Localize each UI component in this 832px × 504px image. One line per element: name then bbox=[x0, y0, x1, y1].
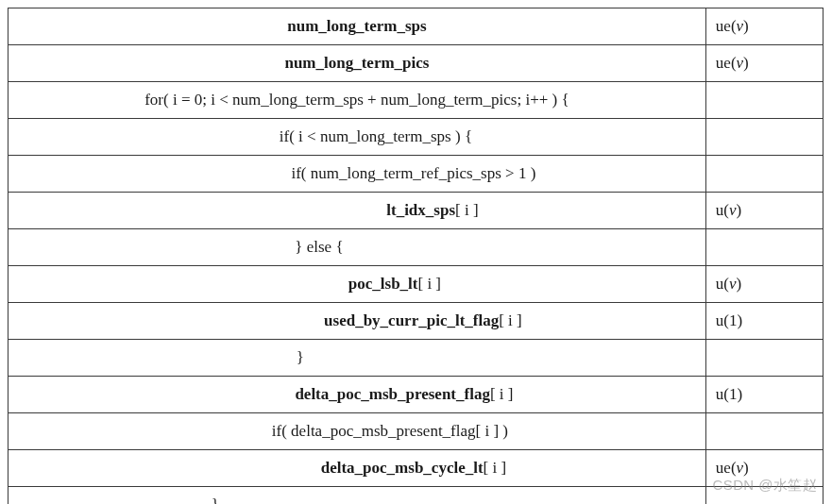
syntax-cell: used_by_curr_pic_lt_flag[ i ] bbox=[8, 303, 706, 340]
syntax-cell: num_long_term_sps bbox=[8, 8, 706, 45]
descriptor-italic: v bbox=[729, 275, 737, 293]
table-row: num_long_term_picsue(v) bbox=[8, 45, 824, 82]
syntax-text: [ i ] bbox=[484, 459, 507, 477]
syntax-element-name: delta_poc_msb_present_flag bbox=[295, 385, 490, 403]
syntax-element-name: num_long_term_pics bbox=[284, 54, 429, 72]
syntax-element-name: poc_lsb_lt bbox=[348, 275, 418, 293]
syntax-text: [ i ] bbox=[490, 385, 514, 403]
descriptor-tail: ) bbox=[743, 54, 749, 72]
syntax-element-name: lt_idx_sps bbox=[386, 201, 455, 219]
table-row: poc_lsb_lt[ i ]u(v) bbox=[8, 266, 824, 303]
descriptor-cell: u(v) bbox=[705, 193, 823, 229]
syntax-cell: if( delta_poc_msb_present_flag[ i ] ) bbox=[8, 413, 706, 450]
descriptor-text: u(1) bbox=[716, 311, 742, 329]
descriptor-italic: v bbox=[737, 54, 744, 72]
syntax-text: if( num_long_term_ref_pics_sps > 1 ) bbox=[291, 164, 535, 182]
syntax-cell: lt_idx_sps[ i ] bbox=[8, 193, 706, 229]
descriptor-cell: ue(v) bbox=[705, 450, 823, 487]
syntax-text: } else { bbox=[295, 238, 343, 256]
descriptor-text: ue( bbox=[716, 459, 737, 477]
syntax-element-name: num_long_term_sps bbox=[287, 17, 426, 35]
descriptor-cell bbox=[705, 82, 823, 119]
syntax-cell: if( num_long_term_ref_pics_sps > 1 ) bbox=[8, 156, 706, 193]
syntax-text: [ i ] bbox=[455, 201, 479, 219]
syntax-cell: if( i < num_long_term_sps ) { bbox=[8, 119, 706, 156]
descriptor-tail: ) bbox=[743, 17, 749, 35]
table-row: if( i < num_long_term_sps ) { bbox=[8, 119, 824, 156]
descriptor-cell bbox=[705, 340, 823, 377]
descriptor-text: ue( bbox=[716, 54, 737, 72]
table-row: for( i = 0; i < num_long_term_sps + num_… bbox=[8, 82, 824, 119]
table-row: } else { bbox=[8, 229, 824, 266]
descriptor-italic: v bbox=[737, 17, 744, 35]
descriptor-cell: u(1) bbox=[705, 303, 823, 340]
descriptor-cell: ue(v) bbox=[705, 45, 823, 82]
syntax-cell: poc_lsb_lt[ i ] bbox=[8, 266, 706, 303]
syntax-cell: delta_poc_msb_present_flag[ i ] bbox=[8, 377, 706, 413]
table-row: num_long_term_spsue(v) bbox=[8, 8, 824, 45]
descriptor-text: u( bbox=[716, 275, 729, 293]
syntax-cell: num_long_term_pics bbox=[8, 45, 706, 82]
syntax-cell: } bbox=[8, 340, 706, 377]
descriptor-italic: v bbox=[729, 201, 737, 219]
syntax-text: [ i ] bbox=[417, 275, 441, 293]
table-row: if( num_long_term_ref_pics_sps > 1 ) bbox=[8, 156, 824, 193]
descriptor-cell bbox=[705, 487, 823, 505]
descriptor-text: ue( bbox=[716, 17, 737, 35]
descriptor-cell bbox=[705, 156, 823, 193]
syntax-text: for( i = 0; i < num_long_term_sps + num_… bbox=[144, 91, 569, 109]
table-row: delta_poc_msb_present_flag[ i ]u(1) bbox=[8, 377, 824, 413]
syntax-table: num_long_term_spsue(v)num_long_term_pics… bbox=[8, 8, 824, 504]
descriptor-tail: ) bbox=[743, 459, 749, 477]
table-row: } bbox=[8, 340, 824, 377]
syntax-cell: delta_poc_msb_cycle_lt[ i ] bbox=[8, 450, 706, 487]
descriptor-cell: u(v) bbox=[705, 266, 823, 303]
descriptor-text: u( bbox=[716, 201, 729, 219]
syntax-cell: } bbox=[8, 487, 706, 505]
descriptor-cell bbox=[705, 229, 823, 266]
syntax-text: [ i ] bbox=[499, 311, 522, 329]
syntax-text: } bbox=[212, 496, 219, 504]
descriptor-text: u(1) bbox=[716, 385, 742, 403]
descriptor-italic: v bbox=[737, 459, 744, 477]
descriptor-cell bbox=[705, 119, 823, 156]
descriptor-tail: ) bbox=[737, 201, 742, 219]
syntax-cell: } else { bbox=[8, 229, 706, 266]
syntax-element-name: delta_poc_msb_cycle_lt bbox=[321, 459, 484, 477]
syntax-text: } bbox=[297, 348, 304, 366]
syntax-cell: for( i = 0; i < num_long_term_sps + num_… bbox=[8, 82, 706, 119]
descriptor-cell: u(1) bbox=[705, 377, 823, 413]
descriptor-cell: ue(v) bbox=[705, 8, 823, 45]
descriptor-cell bbox=[705, 413, 823, 450]
table-row: delta_poc_msb_cycle_lt[ i ]ue(v) bbox=[8, 450, 824, 487]
syntax-element-name: used_by_curr_pic_lt_flag bbox=[324, 311, 499, 329]
table-row: } bbox=[8, 487, 824, 505]
table-row: if( delta_poc_msb_present_flag[ i ] ) bbox=[8, 413, 824, 450]
descriptor-tail: ) bbox=[737, 275, 742, 293]
table-row: lt_idx_sps[ i ]u(v) bbox=[8, 193, 824, 229]
table-row: used_by_curr_pic_lt_flag[ i ]u(1) bbox=[8, 303, 824, 340]
syntax-text: if( delta_poc_msb_present_flag[ i ] ) bbox=[272, 422, 508, 440]
syntax-text: if( i < num_long_term_sps ) { bbox=[280, 127, 472, 145]
